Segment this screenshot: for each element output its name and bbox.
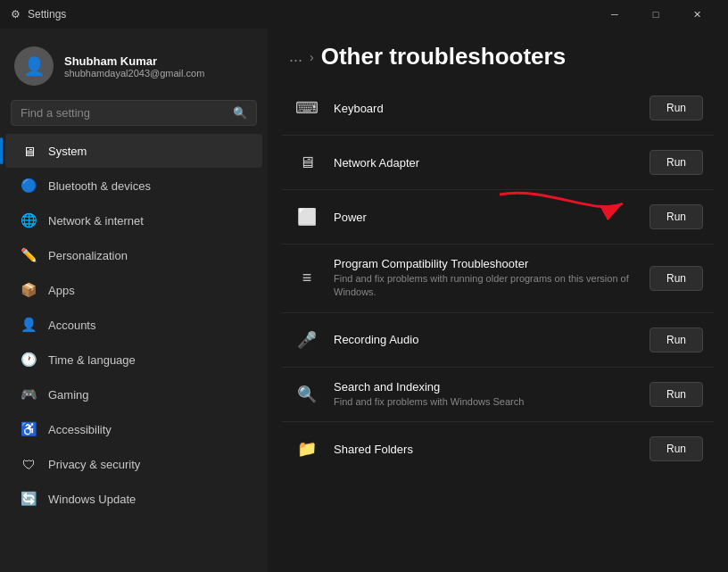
main-header: ... › Other troubleshooters — [268, 29, 728, 81]
sidebar-item-gaming[interactable]: 🎮 Gaming — [5, 377, 262, 411]
ts-info-power: Power — [334, 211, 637, 224]
run-button-recording-audio[interactable]: Run — [649, 327, 703, 352]
titlebar-controls: ─ □ ✕ — [594, 0, 717, 29]
nav-label-accessibility: Accessibility — [48, 423, 112, 436]
user-info: Shubham Kumar shubhamdayal2043@gmail.com — [64, 54, 204, 79]
gaming-icon: 🎮 — [20, 385, 37, 403]
network-icon: 🌐 — [20, 211, 37, 229]
run-button-network-adapter[interactable]: Run — [649, 150, 703, 175]
accessibility-icon: ♿ — [20, 420, 37, 438]
bluetooth-icon: 🔵 — [20, 177, 37, 195]
avatar: 👤 — [14, 46, 54, 86]
ts-item-shared-folders: 📁 Shared Folders Run — [282, 422, 714, 476]
nav-label-apps: Apps — [48, 284, 75, 297]
nav-label-update: Windows Update — [48, 493, 136, 506]
titlebar: ⚙ Settings ─ □ ✕ — [0, 0, 728, 29]
apps-icon: 📦 — [20, 281, 37, 299]
sidebar-item-time[interactable]: 🕐 Time & language — [5, 343, 262, 377]
sidebar-item-accounts[interactable]: 👤 Accounts — [5, 308, 262, 342]
window-icon: ⚙ — [11, 8, 21, 21]
ts-name-power: Power — [334, 211, 637, 224]
maximize-button[interactable]: □ — [635, 0, 676, 29]
ts-icon-keyboard: ⌨ — [293, 94, 321, 122]
run-button-search-indexing[interactable]: Run — [649, 382, 703, 407]
privacy-icon: 🛡 — [20, 455, 37, 473]
ts-item-network-adapter: 🖥 Network Adapter Run — [282, 136, 714, 190]
run-button-power[interactable]: Run — [649, 204, 703, 229]
ts-icon-power: ⬜ — [293, 203, 321, 231]
ts-info-network-adapter: Network Adapter — [334, 156, 637, 170]
run-button-shared-folders[interactable]: Run — [649, 436, 703, 461]
ts-item-keyboard: ⌨ Keyboard Run — [282, 81, 714, 136]
sidebar-item-apps[interactable]: 📦 Apps — [5, 273, 262, 307]
nav-label-bluetooth: Bluetooth & devices — [48, 179, 151, 193]
settings-window: ⚙ Settings ─ □ ✕ 👤 Shubham Kumar shubham… — [0, 0, 728, 572]
ts-info-shared-folders: Shared Folders — [334, 443, 637, 456]
ts-icon-shared-folders: 📁 — [293, 435, 321, 463]
sidebar-item-accessibility[interactable]: ♿ Accessibility — [5, 412, 262, 446]
nav-label-privacy: Privacy & security — [48, 458, 140, 471]
search-icon: 🔍 — [233, 106, 247, 120]
ts-icon-search-indexing: 🔍 — [293, 380, 321, 409]
search-box[interactable]: 🔍 — [11, 100, 257, 126]
titlebar-left: ⚙ Settings — [11, 8, 66, 21]
run-button-program-compat[interactable]: Run — [649, 266, 703, 291]
ts-info-recording-audio: Recording Audio — [334, 333, 637, 346]
ts-desc-search-indexing: Find and fix problems with Windows Searc… — [334, 395, 637, 409]
ts-icon-recording-audio: 🎤 — [293, 326, 321, 354]
search-input[interactable] — [21, 106, 226, 120]
nav-label-system: System — [48, 145, 87, 158]
ts-info-search-indexing: Search and Indexing Find and fix problem… — [334, 380, 637, 409]
ts-name-program-compat: Program Compatibility Troubleshooter — [334, 257, 637, 270]
ts-name-search-indexing: Search and Indexing — [334, 380, 637, 394]
sidebar-item-system[interactable]: 🖥 System — [5, 134, 262, 168]
ts-name-shared-folders: Shared Folders — [334, 443, 637, 456]
ts-name-keyboard: Keyboard — [334, 102, 637, 115]
ts-item-search-indexing: 🔍 Search and Indexing Find and fix probl… — [282, 368, 714, 422]
ts-info-program-compat: Program Compatibility Troubleshooter Fin… — [334, 257, 637, 300]
user-name: Shubham Kumar — [64, 54, 204, 68]
breadcrumb-arrow: › — [310, 50, 314, 64]
user-email: shubhamdayal2043@gmail.com — [64, 68, 204, 79]
nav-list: 🖥 System 🔵 Bluetooth & devices 🌐 Network… — [0, 133, 268, 565]
ts-item-recording-audio: 🎤 Recording Audio Run — [282, 313, 714, 368]
sidebar-item-bluetooth[interactable]: 🔵 Bluetooth & devices — [5, 169, 262, 203]
run-button-keyboard[interactable]: Run — [649, 95, 703, 120]
nav-label-accounts: Accounts — [48, 319, 95, 332]
content-area: 👤 Shubham Kumar shubhamdayal2043@gmail.c… — [0, 29, 728, 572]
ts-name-network-adapter: Network Adapter — [334, 156, 637, 170]
update-icon: 🔄 — [20, 490, 37, 508]
nav-label-personalization: Personalization — [48, 249, 128, 262]
personalization-icon: ✏️ — [20, 246, 37, 264]
ts-icon-network-adapter: 🖥 — [293, 148, 321, 177]
ts-icon-program-compat: ≡ — [293, 264, 321, 293]
troubleshooters-list: ⌨ Keyboard Run 🖥 Network Adapter Run ⬜ P… — [268, 81, 728, 572]
breadcrumb-dots[interactable]: ... — [289, 47, 302, 66]
sidebar-item-privacy[interactable]: 🛡 Privacy & security — [5, 447, 262, 481]
sidebar-item-personalization[interactable]: ✏️ Personalization — [5, 238, 262, 272]
nav-label-network: Network & internet — [48, 214, 144, 228]
time-icon: 🕐 — [20, 351, 37, 369]
sidebar: 👤 Shubham Kumar shubhamdayal2043@gmail.c… — [0, 29, 268, 572]
minimize-button[interactable]: ─ — [594, 0, 635, 29]
main-content: ... › Other troubleshooters ⌨ Keyboard R… — [268, 29, 728, 572]
page-title: Other troubleshooters — [321, 43, 566, 70]
ts-item-power: ⬜ Power Run — [282, 190, 714, 245]
accounts-icon: 👤 — [20, 316, 37, 334]
ts-item-program-compat: ≡ Program Compatibility Troubleshooter F… — [282, 245, 714, 313]
sidebar-item-network[interactable]: 🌐 Network & internet — [5, 203, 262, 237]
close-button[interactable]: ✕ — [676, 0, 717, 29]
user-section: 👤 Shubham Kumar shubhamdayal2043@gmail.c… — [0, 29, 268, 100]
nav-label-gaming: Gaming — [48, 388, 89, 402]
window-title: Settings — [28, 8, 66, 21]
ts-name-recording-audio: Recording Audio — [334, 333, 637, 346]
sidebar-item-update[interactable]: 🔄 Windows Update — [5, 482, 262, 516]
system-icon: 🖥 — [20, 142, 37, 160]
ts-desc-program-compat: Find and fix problems with running older… — [334, 272, 637, 300]
nav-label-time: Time & language — [48, 353, 136, 367]
ts-info-keyboard: Keyboard — [334, 102, 637, 115]
